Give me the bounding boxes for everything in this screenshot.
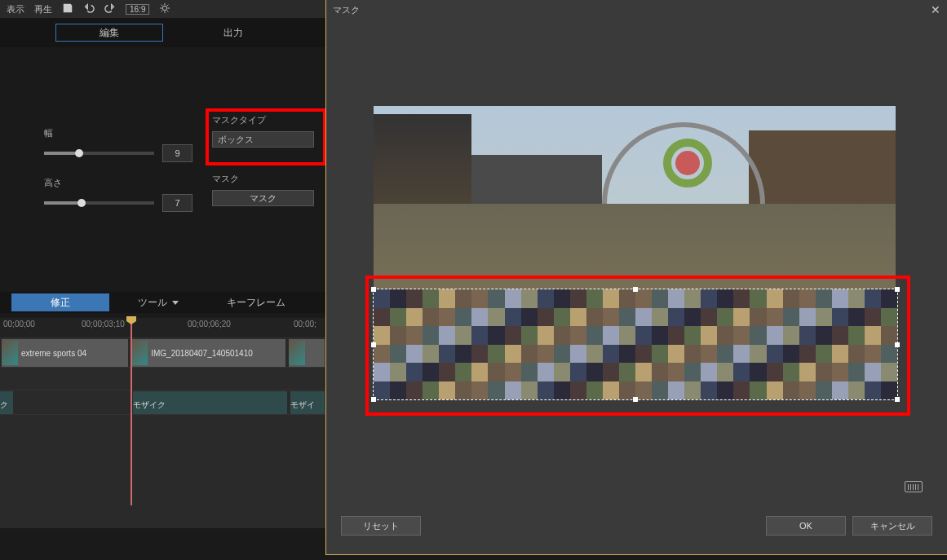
video-clip[interactable]: IMG_20180407_140501410: [131, 339, 285, 367]
clip-thumbnail: [131, 341, 148, 365]
clip-label: モザイク: [133, 399, 166, 411]
height-slider[interactable]: [44, 201, 154, 205]
subtab-keyframe[interactable]: キーフレーム: [207, 293, 305, 311]
clip-label: モザイ: [290, 399, 315, 411]
timecode: 00;00;00: [3, 320, 35, 329]
redo-icon[interactable]: [104, 2, 116, 15]
video-clip[interactable]: extreme sports 04: [2, 339, 128, 367]
width-label: 幅: [44, 127, 192, 139]
aspect-ratio-selector[interactable]: 16:9: [126, 4, 149, 15]
svg-point-0: [163, 6, 167, 10]
timecode: 00;00;03;10: [82, 320, 125, 329]
mask-label: マスク: [212, 173, 326, 185]
height-label: 高さ: [44, 177, 192, 189]
menu-display[interactable]: 表示: [7, 3, 24, 15]
subtab-fix[interactable]: 修正: [11, 293, 109, 311]
playhead[interactable]: [131, 318, 132, 505]
highlight-mask-type: [206, 108, 326, 165]
chevron-down-icon: [172, 301, 179, 305]
undo-icon[interactable]: [83, 2, 95, 15]
timecode: 00;00;: [294, 320, 316, 329]
highlight-mask-area: [365, 276, 910, 416]
timecode: 00;00;06;20: [188, 320, 231, 329]
subtab-tool[interactable]: ツール: [109, 293, 207, 311]
width-slider[interactable]: [44, 152, 154, 155]
clip-thumbnail: [2, 341, 18, 365]
ok-button[interactable]: OK: [766, 516, 846, 536]
menu-playback[interactable]: 再生: [34, 3, 52, 15]
clip-label: IMG_20180407_140501410: [151, 349, 253, 358]
timeline-ruler[interactable]: 00;00;00 00;00;03;10 00;00;06;20 00;00;: [0, 318, 326, 337]
tab-edit[interactable]: 編集: [55, 24, 163, 42]
keyboard-icon[interactable]: [905, 481, 923, 492]
height-value[interactable]: 7: [162, 194, 192, 212]
close-icon[interactable]: ✕: [931, 3, 940, 16]
settings-icon[interactable]: [159, 2, 170, 15]
width-value[interactable]: 9: [162, 144, 192, 162]
clip-label: ク: [0, 399, 8, 411]
tab-output[interactable]: 出力: [179, 24, 287, 42]
mask-button[interactable]: マスク: [212, 190, 314, 206]
save-icon[interactable]: [62, 2, 73, 15]
dialog-title: マスク: [333, 4, 360, 16]
clip-thumbnail: [289, 341, 305, 365]
cancel-button[interactable]: キャンセル: [852, 516, 932, 536]
reset-button[interactable]: リセット: [341, 516, 421, 536]
video-clip[interactable]: [289, 339, 325, 367]
clip-label: extreme sports 04: [21, 349, 86, 358]
